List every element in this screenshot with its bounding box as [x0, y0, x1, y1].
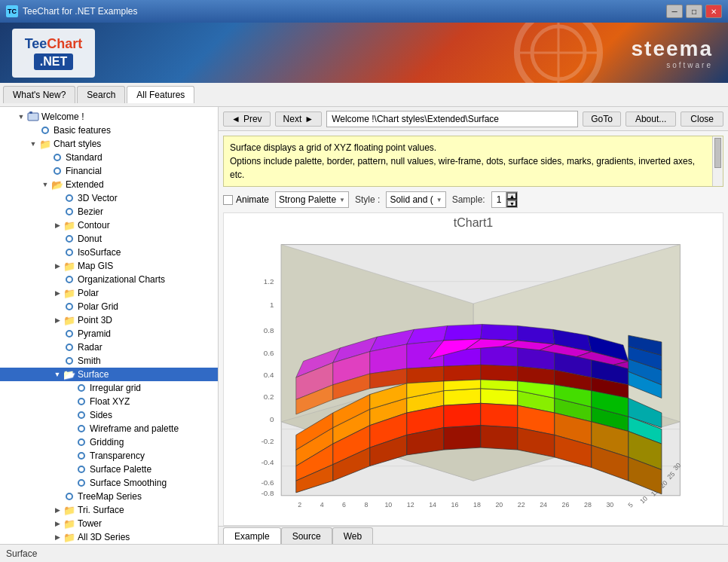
- svg-text:-0.4: -0.4: [262, 458, 274, 466]
- info-text: Surface displays a grid of XYZ floating …: [230, 141, 717, 182]
- svg-text:0.8: 0.8: [264, 326, 274, 334]
- tree-item-donut[interactable]: Donut: [0, 232, 218, 246]
- expand-financial: [39, 165, 51, 177]
- tree-item-polar[interactable]: ▶ 📁 Polar: [0, 286, 218, 300]
- about-button[interactable]: About...: [626, 111, 676, 127]
- tab-source[interactable]: Source: [281, 527, 332, 544]
- tree-item-basic[interactable]: Basic features: [0, 124, 218, 137]
- tab-web[interactable]: Web: [332, 527, 373, 544]
- tree-item-contour[interactable]: ▶ 📁 Contour: [0, 218, 218, 232]
- donut-label: Donut: [78, 234, 102, 244]
- chart-title: tChart1: [454, 216, 493, 230]
- content-area: Surface displays a grid of XYZ floating …: [219, 131, 728, 544]
- svg-text:0.2: 0.2: [264, 392, 274, 401]
- palette-arrow-icon: ▼: [339, 197, 345, 203]
- tree-item-sides[interactable]: Sides: [0, 408, 218, 422]
- transparency-label: Transparency: [90, 451, 145, 461]
- tree-item-orgcharts[interactable]: Organizational Charts: [0, 273, 218, 286]
- surfacepalette-label: Surface Palette: [90, 464, 151, 475]
- contour-icon: 📁: [63, 220, 75, 231]
- irregular-icon: [75, 383, 87, 393]
- smith-icon: [63, 356, 75, 366]
- mapgis-icon: 📁: [63, 261, 75, 271]
- tree-item-all3d[interactable]: ▶ 📁 All 3D Series: [0, 530, 218, 544]
- search-tab[interactable]: Search: [77, 86, 125, 103]
- smoothing-icon: [75, 478, 87, 488]
- svg-marker-70: [407, 366, 444, 383]
- tree-item-transparency[interactable]: Transparency: [0, 449, 218, 463]
- maximize-button[interactable]: □: [686, 5, 702, 18]
- expand-basic: [27, 124, 39, 136]
- tree-container: ▼ Welcome ! Basic features ▼ 📁 Char: [0, 107, 218, 544]
- left-panel: ▼ Welcome ! Basic features ▼ 📁 Char: [0, 107, 219, 544]
- sample-spinner[interactable]: 1 ▲ ▼: [491, 191, 518, 208]
- tree-item-smith[interactable]: Smith: [0, 354, 218, 368]
- tree-scroll[interactable]: ▼ Welcome ! Basic features ▼ 📁 Char: [0, 107, 218, 544]
- treemap-label: TreeMap Series: [78, 491, 142, 502]
- svg-text:-0.2: -0.2: [262, 437, 274, 445]
- window-close-button[interactable]: ✕: [705, 5, 722, 18]
- svg-text:18: 18: [473, 501, 481, 509]
- svg-text:2: 2: [298, 501, 301, 509]
- tree-item-polargrid[interactable]: Polar Grid: [0, 300, 218, 313]
- svg-marker-121: [481, 426, 518, 450]
- tree-item-smoothing[interactable]: Surface Smoothing: [0, 476, 218, 490]
- logo-tee: TeeChart: [25, 36, 83, 52]
- tree-item-surfacepalette[interactable]: Surface Palette: [0, 463, 218, 476]
- path-input[interactable]: [326, 111, 578, 127]
- tree-item-floatxyz[interactable]: Float XYZ: [0, 395, 218, 408]
- animate-checkbox[interactable]: [223, 195, 233, 205]
- tab-example[interactable]: Example: [223, 527, 281, 544]
- tree-item-trisurface[interactable]: ▶ 📁 Tri. Surface: [0, 503, 218, 517]
- expand-surface[interactable]: ▼: [51, 368, 63, 380]
- tree-item-mapgis[interactable]: ▶ 📁 Map GIS: [0, 259, 218, 273]
- svg-marker-110: [444, 403, 481, 427]
- style-arrow-icon: ▼: [436, 197, 442, 203]
- tree-item-gridding[interactable]: Gridding: [0, 435, 218, 449]
- style-label: Style :: [355, 194, 380, 205]
- floatxyz-icon: [75, 396, 87, 407]
- style-dropdown[interactable]: Solid and ( ▼: [386, 191, 445, 208]
- expand-extended[interactable]: ▼: [39, 179, 51, 191]
- mapgis-label: Map GIS: [78, 261, 113, 271]
- tree-item-irregular[interactable]: Irregular grid: [0, 381, 218, 395]
- surface-label: Surface: [78, 369, 109, 380]
- svg-text:0.4: 0.4: [264, 371, 274, 379]
- tree-item-tower[interactable]: ▶ 📁 Tower: [0, 517, 218, 530]
- tree-item-standard[interactable]: Standard: [0, 151, 218, 164]
- minimize-button[interactable]: ─: [666, 5, 683, 18]
- next-arrow-icon: ►: [304, 114, 314, 124]
- animate-label: Animate: [236, 194, 269, 205]
- welcome-label: Welcome !: [41, 111, 84, 122]
- goto-button[interactable]: GoTo: [583, 111, 621, 127]
- all-features-tab[interactable]: All Features: [127, 86, 194, 103]
- tree-item-financial[interactable]: Financial: [0, 164, 218, 178]
- donut-icon: [63, 234, 75, 244]
- financial-label: Financial: [66, 166, 102, 176]
- close-button[interactable]: Close: [681, 111, 723, 127]
- tree-item-wireframe[interactable]: Wireframe and palette: [0, 422, 218, 435]
- tree-item-point3d[interactable]: ▶ 📁 Point 3D: [0, 313, 218, 327]
- spinner-down-button[interactable]: ▼: [506, 200, 517, 207]
- tree-item-3dvector[interactable]: 3D Vector: [0, 191, 218, 205]
- tree-item-surface[interactable]: ▼ 📂 Surface: [0, 368, 218, 381]
- svg-text:26: 26: [562, 501, 570, 509]
- tree-item-pyramid[interactable]: Pyramid: [0, 327, 218, 341]
- tree-item-bezier[interactable]: Bezier: [0, 205, 218, 218]
- info-scrollbar[interactable]: [712, 136, 723, 186]
- tree-item-welcome[interactable]: ▼ Welcome !: [0, 110, 218, 124]
- prev-arrow-icon: ◄: [231, 114, 240, 124]
- tree-item-radar[interactable]: Radar: [0, 341, 218, 354]
- spinner-up-button[interactable]: ▲: [506, 192, 517, 200]
- palette-dropdown[interactable]: Strong Palette ▼: [275, 191, 349, 208]
- tree-item-extended[interactable]: ▼ 📂 Extended: [0, 178, 218, 191]
- main-layout: ▼ Welcome ! Basic features ▼ 📁 Char: [0, 107, 728, 544]
- expand-welcome[interactable]: ▼: [15, 111, 27, 123]
- prev-button[interactable]: ◄ ◄ Prev Prev: [223, 111, 271, 127]
- tree-item-chartstyles[interactable]: ▼ 📁 Chart styles: [0, 137, 218, 151]
- next-button[interactable]: Next ►: [275, 111, 323, 127]
- expand-chartstyles[interactable]: ▼: [27, 138, 39, 150]
- tree-item-treemap[interactable]: TreeMap Series: [0, 490, 218, 503]
- whats-new-tab[interactable]: What's New?: [3, 86, 75, 103]
- tree-item-isosurface[interactable]: IsoSurface: [0, 246, 218, 259]
